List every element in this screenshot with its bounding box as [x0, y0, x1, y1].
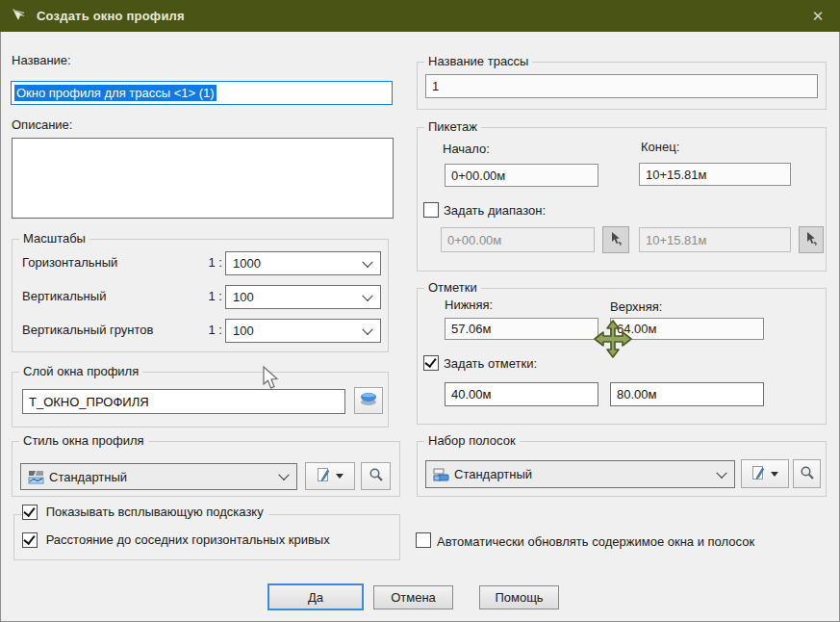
- station-group-title: Пикетаж: [424, 119, 481, 134]
- vertical-soil-scale-value: 100: [233, 324, 254, 338]
- horizontal-scale-value: 1000: [233, 256, 261, 271]
- elevation-group-title: Отметки: [424, 280, 481, 295]
- set-elevations-checkbox[interactable]: [423, 355, 439, 371]
- close-button[interactable]: ✕: [802, 4, 833, 28]
- chevron-down-icon: [362, 324, 372, 334]
- vertical-soil-scale-select[interactable]: 100: [225, 319, 381, 343]
- elevation-max-input[interactable]: 80.00м: [610, 382, 764, 406]
- bandset-select[interactable]: Стандартный: [425, 460, 735, 488]
- bandset-icon: [433, 468, 449, 481]
- bandset-group-title: Набор полосок: [424, 433, 520, 448]
- station-range-checkbox[interactable]: [423, 202, 439, 218]
- pick-end-station-button[interactable]: [799, 226, 824, 253]
- pencil-icon: [317, 467, 330, 485]
- options-group: Показывать всплывающую подсказку Расстоя…: [13, 514, 400, 560]
- station-end-label: Конец:: [641, 140, 679, 154]
- auto-update-label: Автоматически обновлять содержимое окна …: [437, 534, 754, 549]
- horizontal-scale-select[interactable]: 1000: [225, 251, 381, 275]
- profile-style-icon: [28, 470, 44, 484]
- station-range-label: Задать диапазон:: [444, 203, 546, 218]
- layer-picker-button[interactable]: [354, 387, 383, 414]
- name-label: Название:: [12, 53, 71, 67]
- alignment-name-field: 1: [425, 74, 818, 98]
- range-end-value: 10+15.81м: [646, 233, 707, 247]
- elevation-max-label: Верхняя:: [610, 299, 662, 314]
- elevation-min-label: Нижняя:: [445, 298, 493, 312]
- chevron-down-icon: [716, 467, 726, 478]
- app-icon: [10, 7, 29, 27]
- pick-in-drawing-icon: [608, 231, 624, 249]
- move-cursor: [592, 318, 634, 363]
- layer-group: Слой окна профиля Т_ОКНО_ПРОФИЛЯ: [12, 372, 389, 428]
- curve-distance-checkbox[interactable]: [22, 532, 38, 548]
- elevation-max-input-value: 80.00м: [617, 387, 656, 402]
- description-textarea[interactable]: [12, 138, 394, 219]
- range-start-value: 0+00.00м: [447, 233, 501, 247]
- station-group: Пикетаж Начало: Конец: 0+00.00м 10+15.81…: [417, 127, 827, 272]
- curve-distance-option-row: Расстояние до соседних горизонтальных кр…: [22, 531, 330, 549]
- style-preview-button[interactable]: [361, 462, 391, 490]
- create-profile-view-dialog: Создать окно профиля ✕ Название: Окно пр…: [0, 0, 840, 622]
- horizontal-scale-label: Горизонтальный: [22, 255, 117, 270]
- tooltip-checkbox-label: Показывать всплывающую подсказку: [46, 505, 264, 519]
- help-button[interactable]: Помощь: [479, 585, 559, 609]
- bandset-value: Стандартный: [454, 467, 532, 481]
- vertical-soil-scale-label: Вертикальный грунтов: [22, 323, 153, 337]
- profile-view-name-input[interactable]: Окно профиля для трассы <1> (1): [11, 81, 393, 105]
- style-value: Стандартный: [49, 470, 127, 484]
- tooltip-option-row: Показывать всплывающую подсказку: [22, 504, 268, 521]
- layer-input[interactable]: Т_ОКНО_ПРОФИЛЯ: [22, 389, 345, 414]
- ratio-prefix: 1 :: [201, 289, 222, 303]
- station-end-value: 10+15.81м: [646, 168, 707, 182]
- ratio-prefix: 1 :: [201, 323, 222, 337]
- bandset-group: Набор полосок Стандартный: [417, 441, 827, 497]
- scales-group-title: Масштабы: [19, 231, 89, 246]
- scales-group: Масштабы Горизонтальный 1 : 1000 Вертика…: [12, 239, 389, 352]
- chevron-down-icon: [362, 290, 372, 300]
- mouse-cursor: [262, 366, 279, 394]
- vertical-scale-label: Вертикальный: [22, 289, 106, 303]
- magnifier-icon: [369, 467, 384, 485]
- magnifier-icon: [800, 465, 815, 483]
- station-start-field: 0+00.00м: [445, 164, 598, 187]
- station-start-label: Начало:: [443, 142, 490, 156]
- caret-down-icon: [336, 474, 344, 479]
- elevation-min-input[interactable]: 40.00м: [445, 382, 598, 406]
- layer-group-title: Слой окна профиля: [19, 364, 142, 378]
- ok-button-label: Да: [308, 590, 323, 605]
- style-edit-button[interactable]: [305, 462, 355, 490]
- window-title: Создать окно профиля: [37, 9, 185, 23]
- vertical-scale-value: 100: [233, 290, 254, 304]
- layer-value: Т_ОКНО_ПРОФИЛЯ: [29, 395, 149, 409]
- tooltip-checkbox[interactable]: [22, 505, 38, 520]
- auto-update-checkbox[interactable]: [416, 532, 431, 548]
- titlebar: Создать окно профиля ✕: [0, 0, 840, 32]
- caret-down-icon: [771, 472, 778, 477]
- description-label: Описание:: [12, 117, 72, 132]
- bandset-edit-button[interactable]: [741, 459, 789, 488]
- style-group: Стиль окна профиля Стандартный: [12, 441, 400, 497]
- vertical-scale-select[interactable]: 100: [225, 285, 381, 309]
- ok-button[interactable]: Да: [267, 583, 364, 610]
- pencil-icon: [751, 465, 765, 483]
- bandset-preview-button[interactable]: [793, 459, 821, 488]
- alignment-name-value: 1: [432, 79, 439, 93]
- selected-text: Окно профиля для трассы <1> (1): [14, 85, 216, 101]
- station-start-value: 0+00.00м: [451, 168, 505, 183]
- chevron-down-icon: [362, 256, 372, 267]
- style-select[interactable]: Стандартный: [20, 463, 297, 490]
- range-start-field: 0+00.00м: [441, 227, 595, 252]
- cancel-button-label: Отмена: [391, 590, 436, 605]
- set-elevations-label: Задать отметки:: [444, 356, 537, 371]
- chevron-down-icon: [278, 470, 289, 480]
- pick-start-station-button[interactable]: [602, 226, 629, 253]
- help-button-label: Помощь: [495, 590, 543, 605]
- station-end-field: 10+15.81м: [639, 163, 791, 186]
- elevation-min-field: 57.06м: [445, 318, 598, 340]
- alignment-group-title: Название трассы: [424, 54, 532, 68]
- style-group-title: Стиль окна профиля: [19, 433, 148, 448]
- cancel-button[interactable]: Отмена: [373, 585, 453, 609]
- curve-distance-checkbox-label: Расстояние до соседних горизонтальных кр…: [46, 532, 330, 547]
- alignment-name-group: Название трассы 1: [417, 62, 827, 110]
- layer-icon: [359, 392, 378, 409]
